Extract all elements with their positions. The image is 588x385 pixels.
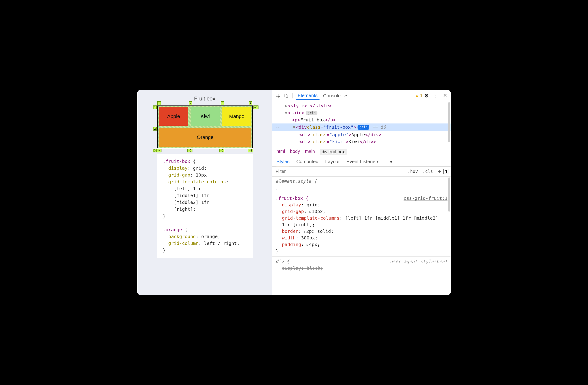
- hov-toggle[interactable]: :hov: [405, 169, 420, 174]
- subtab-event-listeners[interactable]: Event Listeners: [346, 159, 379, 166]
- warning-icon: ▲: [415, 93, 419, 98]
- grid-col-label-3: 3: [221, 101, 224, 105]
- grid-cell-apple[interactable]: Apple: [159, 107, 188, 126]
- dom-node-fruit-box-selected[interactable]: ⋯ ▼<div class="fruit-box"> grid == $0: [272, 124, 451, 131]
- ua-stylesheet-label: user agent stylesheet: [390, 258, 447, 265]
- computed-panel-toggle-icon[interactable]: ◨: [443, 169, 448, 174]
- styles-scrollbar[interactable]: [448, 177, 450, 212]
- prop-display-block-overridden[interactable]: display: block;: [275, 265, 447, 272]
- grid-row-label-2: 2: [153, 127, 157, 130]
- grid-col-label-neg4: −4: [156, 149, 162, 152]
- grid-col-label-neg3: −3: [188, 149, 192, 152]
- dom-node-kiwi[interactable]: <div class="kiwi">Kiwi</div>: [272, 138, 451, 145]
- subtab-layout[interactable]: Layout: [325, 159, 339, 166]
- page-title: Fruit box: [151, 95, 258, 102]
- warnings-badge[interactable]: ▲ 1: [415, 93, 422, 98]
- crumb-body[interactable]: body: [290, 149, 300, 155]
- subtabs-overflow-icon[interactable]: »: [389, 159, 392, 166]
- grid-badge-main[interactable]: grid: [306, 111, 317, 115]
- element-style-close: }: [275, 185, 447, 191]
- styles-filter-input[interactable]: [272, 167, 405, 176]
- kebab-menu-icon[interactable]: ⋮: [433, 93, 438, 99]
- gear-icon[interactable]: ⚙: [424, 93, 429, 99]
- crumb-div-fruit-box[interactable]: div.fruit-box: [320, 149, 347, 155]
- new-style-rule-icon[interactable]: ＋: [435, 168, 441, 175]
- source-link[interactable]: css-grid-fruit:1: [403, 195, 447, 202]
- prop-grid-template-columns[interactable]: grid-template-columns: [left] 1fr [middl…: [275, 215, 447, 228]
- svg-rect-2: [286, 95, 288, 97]
- prop-padding[interactable]: padding: ▶4px;: [275, 241, 447, 248]
- grid-row-label-neg1: −1: [253, 106, 258, 109]
- grid-badge-fruit-box[interactable]: grid: [357, 125, 369, 130]
- dom-breadcrumb: html body main div.fruit-box: [272, 147, 451, 157]
- cls-toggle[interactable]: .cls: [420, 169, 435, 174]
- fruit-box-rule-header[interactable]: css-grid-fruit:1 .fruit-box {: [275, 195, 447, 202]
- inspect-icon[interactable]: [275, 92, 281, 99]
- dom-node-apple[interactable]: <div class="apple">Apple</div>: [272, 131, 451, 138]
- tabs-overflow-icon[interactable]: »: [344, 93, 347, 99]
- prop-border[interactable]: border: ▶2px solid;: [275, 228, 447, 235]
- device-toggle-icon[interactable]: [283, 92, 289, 99]
- grid-cell-kiwi[interactable]: Kiwi: [191, 107, 220, 126]
- grid-cell-mango[interactable]: Mango: [222, 107, 252, 126]
- grid-col-label-neg1: −1: [248, 149, 253, 152]
- grid-row-label-1: 1: [153, 106, 157, 109]
- styles-filter-row: :hov .cls ＋ ◨: [272, 167, 451, 176]
- crumb-main[interactable]: main: [305, 149, 315, 155]
- tree-scrollbar[interactable]: [448, 102, 450, 142]
- crumb-html[interactable]: html: [276, 149, 285, 155]
- devtools-toolbar: Elements Console » ▲ 1 ⚙ ⋮ ✕: [272, 90, 451, 101]
- ellipsis-icon[interactable]: ⋯: [275, 124, 278, 131]
- grid-col-label-1: 1: [157, 101, 161, 105]
- page-preview-pane: Fruit box 1 2 3 4 1 2 3 −1 −4 −3 −2 −1 A…: [137, 90, 272, 295]
- element-style-rule[interactable]: element.style {: [275, 178, 447, 185]
- subtab-computed[interactable]: Computed: [296, 159, 318, 166]
- subtab-styles[interactable]: Styles: [276, 159, 290, 166]
- grid-col-label-4: 4: [249, 101, 252, 105]
- grid-col-label-neg2: −2: [219, 149, 224, 152]
- devtools-pane: Elements Console » ▲ 1 ⚙ ⋮ ✕ ▶<style>…</…: [272, 90, 451, 295]
- grid-col-label-2: 2: [189, 101, 192, 105]
- dom-node-p[interactable]: <p>Fruit box</p>: [272, 116, 451, 124]
- prop-grid-gap[interactable]: grid-gap: ▶10px;: [275, 208, 447, 215]
- tab-console[interactable]: Console: [321, 92, 342, 100]
- grid-cell-orange[interactable]: Orange: [159, 128, 252, 147]
- grid-row-label-3: 3: [153, 149, 157, 152]
- elements-dom-tree[interactable]: ▶<style>…</style> ▼<main>grid <p>Fruit b…: [272, 101, 451, 147]
- css-code-block: .fruit-box { display: grid; grid-gap: 10…: [157, 154, 253, 258]
- fruit-box-grid[interactable]: Apple Kiwi Mango Orange: [157, 106, 253, 148]
- close-icon[interactable]: ✕: [443, 93, 447, 99]
- fruit-box-grid-overlay: 1 2 3 4 1 2 3 −1 −4 −3 −2 −1 Apple Kiwi …: [157, 106, 253, 148]
- dom-node-style[interactable]: ▶<style>…</style>: [272, 102, 451, 109]
- dom-node-main[interactable]: ▼<main>grid: [272, 109, 451, 116]
- styles-subtabs: Styles Computed Layout Event Listeners »: [272, 157, 451, 167]
- ua-div-rule-header[interactable]: user agent stylesheet div {: [275, 258, 447, 265]
- warning-count: 1: [420, 93, 422, 98]
- prop-display[interactable]: display: grid;: [275, 202, 447, 208]
- tab-elements[interactable]: Elements: [296, 91, 319, 100]
- fruit-box-rule-close: }: [275, 248, 447, 255]
- prop-width[interactable]: width: 300px;: [275, 235, 447, 241]
- app-window: Fruit box 1 2 3 4 1 2 3 −1 −4 −3 −2 −1 A…: [137, 90, 451, 295]
- dollar-zero-label: == $0: [372, 124, 386, 130]
- styles-rules-panel[interactable]: element.style { } css-grid-fruit:1 .frui…: [272, 176, 451, 295]
